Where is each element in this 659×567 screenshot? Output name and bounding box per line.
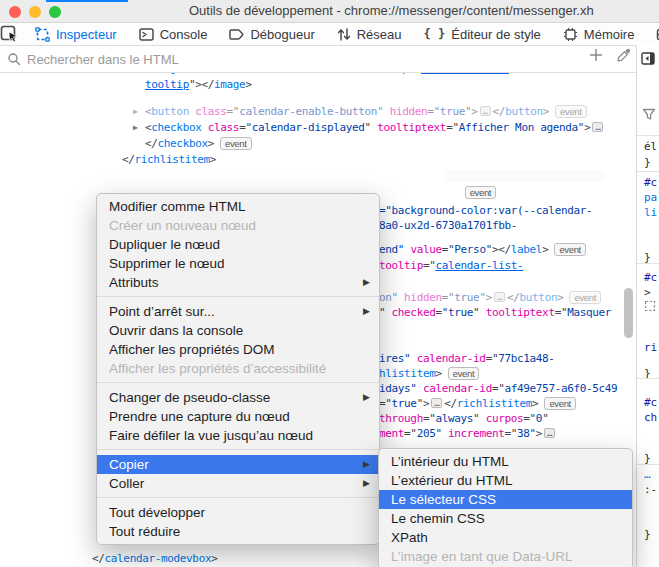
tab-memory[interactable]: Mémoire [552,23,646,45]
code-segment: calendar-enable-button [239,105,377,118]
menu-item-label: Faire défiler la vue jusqu’au nœud [109,428,313,443]
markup-line[interactable]: idays" calendar-id="af49e757-a6f0-5c49 [379,381,617,396]
markup-line[interactable]: " checked="true" tooltiptext="Masquer [379,305,611,320]
tab-style-editor[interactable]: { }Éditeur de style [413,23,552,45]
markup-line[interactable]: through="always" curpos="0" [379,411,548,426]
expand-arrow-icon[interactable]: ▼ [130,169,142,184]
code-segment: " [435,427,448,440]
markup-line[interactable]: 8a0-ux2d-6730a1701fbb- [379,218,517,233]
code-segment: 77bc1a48- [498,352,554,365]
tab-debugger[interactable]: Débogueur [218,23,325,45]
code-segment: richlistitem [135,153,210,166]
menu-item-copy[interactable]: Copier▶ [97,455,379,474]
ellipsis-badge[interactable]: … [494,292,505,302]
event-badge[interactable]: event [554,243,586,256]
menu-item-edit-as-html[interactable]: Modifier comme HTML [97,197,379,216]
tab-console[interactable]: Console [128,23,219,45]
menu-item-screenshot-node[interactable]: Prendre une capture du nœud [97,407,379,426]
eyedropper-icon[interactable] [617,48,631,62]
menu-item-label: Supprimer le nœud [109,256,225,271]
markup-line[interactable]: on" hidden="true">…</button>event [379,290,601,305]
minimize-button[interactable] [29,6,41,18]
markup-line[interactable]: ="background-color:var(--calendar- [379,203,592,218]
menu-item-attributes[interactable]: Attributs▶ [97,273,379,292]
funnel-icon[interactable] [642,108,656,121]
code-segment: =" [486,352,499,365]
ellipsis-badge[interactable]: … [431,398,442,408]
event-badge[interactable]: event [448,367,480,380]
zoom-button[interactable] [49,6,61,18]
dock-sidebar-icon[interactable] [641,52,655,65]
rules-separator [637,263,659,264]
menu-item-open-in-console[interactable]: Ouvrir dans la console [97,321,379,340]
tab-inspector[interactable]: Inspecteur [24,23,128,45]
menu-item-label: XPath [391,530,428,545]
tab-network[interactable]: Réseau [326,23,413,45]
code-segment: =" [379,397,392,410]
code-segment: Perso [454,243,485,256]
menu-item-label: Copier [109,457,149,472]
code-segment: ires" [379,352,417,365]
close-button[interactable] [9,6,21,18]
expand-arrow-icon[interactable]: ▶ [133,104,145,119]
code-segment: </ [145,137,158,150]
markup-line[interactable]: tooltip"></image> [145,77,252,92]
markup-line[interactable]: ment="205" increment="38">… [379,426,557,441]
menu-item-delete-node[interactable]: Supprimer le nœud [97,254,379,273]
event-badge[interactable]: event [220,137,252,150]
event-badge[interactable]: event [569,291,601,304]
expand-arrow-icon[interactable]: ▶ [133,120,145,135]
code-segment: =" [227,105,240,118]
menu-item-paste[interactable]: Coller▶ [97,474,379,493]
event-badge[interactable]: event [544,397,576,410]
menu-item-expand-all[interactable]: Tout développer [97,503,379,522]
html-search-bar[interactable]: Rechercher dans le HTML [0,46,636,72]
tab-storage[interactable]: Stoc [645,23,659,45]
menu-item-label: Créer un nouveau nœud [109,218,256,233]
markup-line[interactable]: <image class="calendar-readstatus" toolt… [145,73,509,76]
markup-line[interactable]: ▶<checkbox class="calendar-displayed" to… [133,120,605,135]
code-segment: 8a0-ux2d-6730a1701fbb- [379,219,517,232]
css-rule-fragment: } [644,156,651,169]
ellipsis-badge[interactable]: … [544,428,555,438]
menu-item-label: Le sélecteur CSS [391,492,496,507]
markup-line[interactable]: ▼<richlistitem searchlabel="Perso" calen… [130,169,605,184]
code-segment: "> [417,397,430,410]
menu-item-change-pseudo-class[interactable]: Changer de pseudo-classe▶ [97,388,379,407]
submenu-item-copy-css-selector[interactable]: Le sélecteur CSS [379,490,632,509]
submenu-item-copy-xpath[interactable]: XPath [379,528,632,547]
ellipsis-badge[interactable]: … [592,122,603,132]
tab-label: Éditeur de style [451,27,541,42]
submenu-item-copy-inner-html[interactable]: L’intérieur du HTML [379,452,632,471]
code-segment: 205 [417,427,436,440]
menu-item-duplicate-node[interactable]: Dupliquer le nœud [97,235,379,254]
markup-line[interactable]: end" value="Perso"></label>event [379,242,586,257]
event-badge[interactable]: event [465,186,497,199]
menu-item-show-dom-properties[interactable]: Afficher les propriétés DOM [97,340,379,359]
markup-line[interactable]: </checkbox>event [145,136,252,151]
markup-line[interactable]: </richlistitem> [122,152,216,167]
code-segment: =" [523,412,536,425]
markup-line[interactable]: ires" calendar-id="77bc1a48- [379,351,555,366]
ellipsis-badge[interactable]: … [480,106,491,116]
menu-item-label: Prendre une capture du nœud [109,409,290,424]
submenu-item-copy-css-path[interactable]: Le chemin CSS [379,509,632,528]
event-badge[interactable]: event [555,105,587,118]
submenu-item-copy-outer-html[interactable]: L’extérieur du HTML [379,471,632,490]
menu-item-break-on[interactable]: Point d’arrêt sur...▶ [97,302,379,321]
menu-item-collapse-all[interactable]: Tout réduire [97,522,379,541]
markup-line[interactable]: tooltip="calendar-list- [379,258,523,273]
markup-line[interactable]: ▶<button class="calendar-enable-button" … [133,104,587,119]
menu-item-label: Dupliquer le nœud [109,237,220,252]
node-picker-icon[interactable] [0,23,20,45]
code-segment: tooltiptext [486,306,555,319]
tab-label: Console [160,27,208,42]
menu-item-scroll-into-view[interactable]: Faire défiler la vue jusqu’au nœud [97,426,379,445]
markup-line[interactable]: ="true">…</richlistitem>event [379,396,576,411]
add-icon[interactable] [589,48,603,62]
menu-item-label: Point d’arrêt sur... [109,304,215,319]
markup-scrollbar[interactable] [624,288,633,338]
code-segment: checkbox [151,121,201,134]
submenu-item-copy-image-data-url: L’image en tant que Data-URL [379,547,632,566]
markup-line[interactable]: hlistitem>event [379,366,479,381]
